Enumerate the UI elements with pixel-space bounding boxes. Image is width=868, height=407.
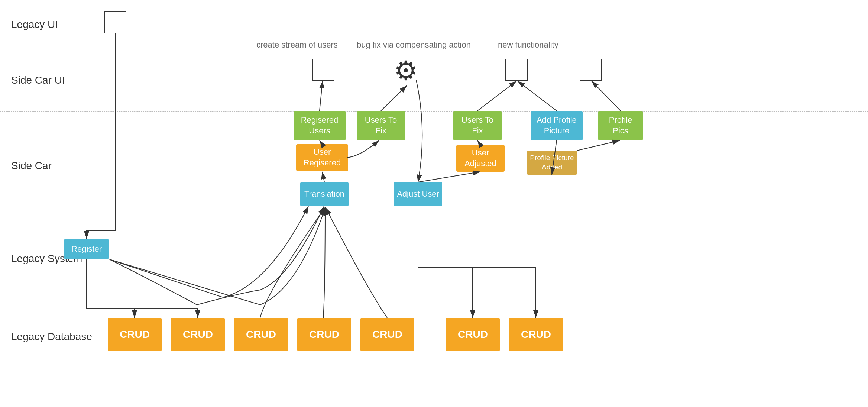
lane-legacy-system: Legacy System: [0, 230, 868, 290]
users-to-fix-1-box: Users To Fix: [357, 111, 405, 140]
crud-box-6: CRUD: [446, 318, 500, 351]
adjust-user-box: Adjust User: [394, 182, 442, 206]
users-to-fix-2-box: Users To Fix: [453, 111, 502, 140]
user-adjusted-box: User Adjusted: [456, 145, 505, 172]
crud-box-3: CRUD: [234, 318, 288, 351]
sidecar-ui-box3: [580, 59, 602, 81]
crud-box-4: CRUD: [297, 318, 351, 351]
sidecar-ui-box2: [505, 59, 528, 81]
register-box: Register: [64, 239, 109, 259]
translation-box: Translation: [300, 182, 349, 206]
section-label-bug-fix: bug fix via compensating action: [357, 40, 471, 50]
crud-box-2: CRUD: [171, 318, 225, 351]
crud-box-1: CRUD: [108, 318, 162, 351]
lane-label-legacy-database: Legacy Database: [11, 331, 92, 343]
lane-label-side-car: Side Car: [11, 160, 52, 172]
lane-side-car-ui: Side Car UI: [0, 54, 868, 112]
user-registered-box: User Regisered: [296, 144, 348, 171]
crud-box-7: CRUD: [509, 318, 563, 351]
profile-picture-added-box: Profile Picture Added: [527, 151, 577, 175]
lane-label-legacy-ui: Legacy UI: [11, 19, 58, 30]
section-label-new-functionality: new functionality: [498, 40, 558, 50]
legacy-ui-box: [104, 11, 126, 33]
profile-pics-box: Profile Pics: [598, 111, 643, 140]
gear-icon: ⚙: [394, 55, 418, 86]
registered-users-box: Regisered Users: [294, 111, 346, 140]
sidecar-ui-box1: [312, 59, 334, 81]
lane-label-side-car-ui: Side Car UI: [11, 74, 65, 86]
section-label-create-stream: create stream of users: [256, 40, 338, 50]
crud-box-5: CRUD: [360, 318, 414, 351]
add-profile-picture-box: Add Profile Picture: [531, 111, 583, 140]
lane-side-car: Side Car: [0, 112, 868, 230]
